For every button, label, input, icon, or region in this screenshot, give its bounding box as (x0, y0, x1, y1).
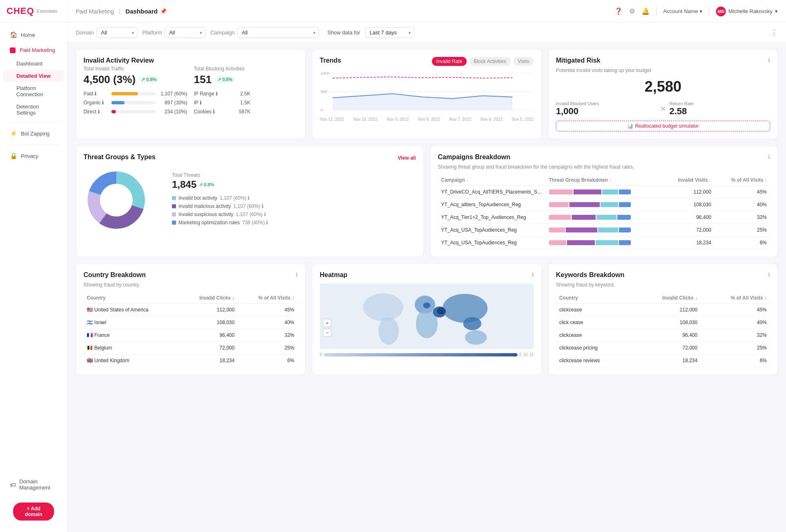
mid-grid: Threat Groups & Types View all (76, 146, 778, 257)
tg-total-label: Total Threats (172, 172, 416, 178)
account-selector[interactable]: Account Name ▾ (663, 8, 702, 14)
nav-domain-management[interactable]: 🏷 Domain Management (3, 474, 64, 495)
country-clicks: 72,000 (179, 342, 238, 354)
privacy-icon: 🔒 (10, 152, 18, 160)
col-pct-visits[interactable]: % of All Visits ↕ (714, 175, 770, 186)
legend-suspicious-label: Invalid suspicious activity (178, 212, 233, 217)
campaigns-table-body: YT_DriveCO_Acq_AllTIERS_Placements_Signu… (438, 186, 770, 249)
campaign-invalid-visits: 112,000 (662, 186, 714, 198)
col-campaign[interactable]: Campaign ↕ (438, 175, 546, 186)
tab-block-activities[interactable]: Block Activities (469, 57, 510, 66)
domain-mgmt-icon: 🏷 (10, 481, 16, 488)
heatmap-info-icon[interactable]: ℹ (532, 271, 534, 278)
col-kw-pct[interactable]: % of All Visits ↕ (701, 293, 770, 304)
keywords-info-icon[interactable]: ℹ (768, 271, 770, 278)
keywords-card: Keywords Breakdown ℹ Showing fraud by ke… (548, 264, 778, 375)
campaigns-table: Campaign ↕ Threat Group Breakdown ↕ Inva… (438, 175, 770, 249)
table-row: 🇺🇸 United States of America 112,000 45% (84, 304, 298, 316)
legend-malicious-label: Invalid malicious activity (178, 203, 231, 209)
col-invalid-visits[interactable]: Invalid Visits ↓ (662, 175, 714, 186)
date-select[interactable]: Last 7 days (365, 27, 414, 38)
multiply-icon: ✕ (660, 104, 666, 113)
col-invalid-clicks[interactable]: Invalid Clicks ↓ (179, 293, 238, 304)
iar-iprange-row: IP Range ℹ 2.5K (194, 91, 298, 97)
platform-select[interactable]: All (165, 27, 206, 38)
campaign-threat-bar (546, 211, 662, 224)
user-menu[interactable]: MR Michelle Rakovsky ▾ (716, 7, 778, 16)
domain-select[interactable]: All (97, 27, 138, 38)
nav-bot-zapping[interactable]: ⚡ Bot Zapping (3, 126, 64, 141)
col-kw-invalid-clicks[interactable]: Invalid Clicks ↓ (633, 293, 701, 304)
dot-cyan (172, 196, 176, 200)
legend-marketing-rules: Marketing optimization rules 738 (40%) ℹ (172, 220, 416, 225)
pin-icon[interactable]: 📌 (160, 8, 167, 14)
country-name: 🇮🇱 Israel (84, 316, 179, 329)
user-chevron-icon: ▾ (775, 8, 778, 14)
nav-divider-1 (7, 122, 61, 122)
add-domain-button[interactable]: + Add domain (13, 503, 54, 521)
sidebar-item-platform-connection[interactable]: Platform Connection (3, 82, 64, 100)
list-item: clickcease pricing 72,000 25% (556, 342, 770, 354)
nav-paid-marketing-label: Paid Marketing (20, 47, 55, 53)
nav-home[interactable]: 🏠 Home (3, 27, 64, 43)
col-keyword[interactable]: Country (556, 293, 633, 304)
country-pct: 45% (238, 304, 298, 316)
nav-paid-marketing[interactable]: Paid Marketing (3, 43, 64, 57)
iar-iprange-val: 2.5K (222, 91, 251, 97)
keywords-subtitle: Showing fraud by keyword. (556, 282, 770, 288)
dot-blue (172, 221, 176, 225)
settings-icon[interactable]: ⚙ (629, 7, 635, 15)
iar-paid-fill (111, 92, 138, 95)
domain-select-wrapper: All (97, 27, 138, 38)
sidebar-item-detection-settings[interactable]: Detection Settings (3, 101, 64, 119)
iar-blocking-rows: IP Range ℹ 2.5K IP ℹ 1.5K Cookies ℹ 587K (194, 91, 298, 115)
iar-paid-val: 1,107 (60%) (159, 91, 187, 97)
legend-suspicious-activity: Invalid suspicious activity 1,107 (60%) … (172, 212, 416, 217)
user-name: Michelle Rakovsky (728, 8, 772, 14)
nav-privacy[interactable]: 🔒 Privacy (3, 148, 64, 164)
sidebar-item-dashboard[interactable]: Dashboard (3, 58, 64, 70)
keyword-name: clickcease (556, 329, 633, 342)
bell-icon[interactable]: 🔔 (641, 7, 650, 15)
iar-total-label: Total Invalid Traffic (84, 66, 187, 72)
iar-organic-val: 897 (30%) (159, 100, 187, 106)
donut-svg (84, 167, 149, 233)
budget-simulator-link[interactable]: 📊 Reallocated budget simulator (556, 121, 770, 131)
date-select-wrapper: Last 7 days (365, 27, 414, 38)
zoom-out-button[interactable]: − (323, 329, 331, 337)
filter-more-icon[interactable]: ⋮ (770, 28, 778, 37)
heatmap-map-container: + − (320, 284, 534, 349)
country-clicks: 108,030 (179, 316, 238, 329)
col-threat-breakdown[interactable]: Threat Group Breakdown ↕ (546, 175, 662, 186)
col-pct-all-visits[interactable]: % of All Visits ↕ (238, 293, 298, 304)
view-all-button[interactable]: View all (398, 155, 416, 161)
home-icon: 🏠 (10, 31, 18, 38)
mitigated-risk-info-icon[interactable]: ℹ (768, 57, 770, 63)
domain-filter-label: Domain (76, 29, 94, 36)
iar-paid-bar (111, 92, 156, 95)
legend-malicious-activity: Invalid malicious activity 1,107 (60%) ℹ (172, 203, 416, 209)
tab-invalid-rate[interactable]: Invalid Rate (432, 57, 467, 66)
svg-text:100K: 100K (321, 71, 330, 75)
legend-mid2: 10 (523, 352, 528, 357)
table-row: 🇧🇪 Belgium 72,000 25% (84, 342, 298, 354)
threat-groups-title: Threat Groups & Types (84, 153, 156, 161)
top-grid: Invalid Activity Review Total Invalid Tr… (76, 49, 778, 139)
iar-blocking-num: 151 (194, 73, 212, 86)
country-info-icon[interactable]: ℹ (296, 271, 298, 278)
keyword-pct: 25% (701, 342, 770, 354)
country-table-header: Country Invalid Clicks ↓ % of All Visits… (84, 293, 298, 304)
col-country[interactable]: Country (84, 293, 179, 304)
country-table: Country Invalid Clicks ↓ % of All Visits… (84, 293, 298, 367)
help-icon[interactable]: ❓ (614, 7, 623, 15)
account-name-label: Account Name (663, 8, 698, 14)
country-name: 🇫🇷 France (84, 329, 179, 342)
campaigns-info-icon[interactable]: ℹ (768, 153, 770, 160)
svg-point-14 (378, 317, 399, 345)
campaign-select[interactable]: All (237, 27, 319, 38)
sidebar-item-detailed-view[interactable]: Detailed View (3, 70, 64, 82)
zoom-in-button[interactable]: + (323, 319, 331, 327)
xaxis-label-1: Nov 10, 2022 (353, 117, 378, 122)
tab-visits[interactable]: Visits (513, 57, 534, 66)
legend-bot-label: Invalid bot activity (178, 195, 217, 201)
